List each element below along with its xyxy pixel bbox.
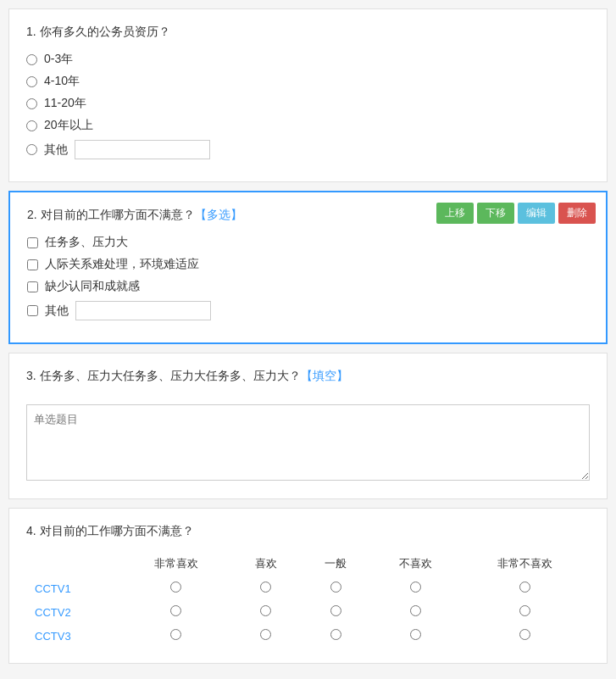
option-row: 其他: [27, 301, 589, 320]
matrix-radio-r1c2[interactable]: [330, 605, 341, 616]
checkbox-q2-0[interactable]: [27, 237, 38, 248]
radio-q1-2[interactable]: [26, 98, 37, 109]
radio-q1-3[interactable]: [26, 120, 37, 131]
radio-q1-4[interactable]: [26, 144, 37, 155]
matrix-col-header-3: 不喜欢: [371, 551, 461, 576]
checkbox-q2-1[interactable]: [27, 259, 38, 270]
question-block-2: 上移 下移 编辑 删除 2. 对目前的工作哪方面不满意？【多选】 任务多、压力大…: [8, 191, 608, 344]
option-label: 0-3年: [44, 52, 73, 67]
matrix-table: 非常喜欢 喜欢 一般 不喜欢 非常不喜欢 CCTV1 CCTV2: [26, 551, 590, 648]
option-text-input-q2[interactable]: [75, 301, 211, 320]
checkbox-q2-3[interactable]: [27, 305, 38, 316]
question-number-4: 4: [26, 524, 33, 537]
fill-textarea-q3[interactable]: [26, 404, 590, 481]
matrix-row-0: CCTV1: [26, 576, 590, 600]
option-row: 人际关系难处理，环境难适应: [27, 257, 589, 272]
option-row: 0-3年: [26, 52, 590, 67]
matrix-col-header-4: 非常不喜欢: [460, 551, 590, 576]
matrix-row-2: CCTV3: [26, 624, 590, 648]
option-row: 11-20年: [26, 96, 590, 111]
matrix-radio-r0c4[interactable]: [519, 582, 530, 593]
question-number-2: 2: [27, 208, 34, 221]
question-number-1: 1: [26, 25, 33, 38]
radio-q1-1[interactable]: [26, 76, 37, 87]
btn-delete[interactable]: 删除: [558, 203, 596, 224]
matrix-radio-r1c1[interactable]: [260, 605, 271, 616]
question-text-4: 对目前的工作哪方面不满意？: [40, 524, 194, 537]
option-text-input-q1[interactable]: [75, 140, 210, 159]
matrix-radio-r1c3[interactable]: [410, 605, 421, 616]
matrix-radio-r2c0[interactable]: [170, 629, 181, 640]
btn-down[interactable]: 下移: [477, 203, 514, 224]
matrix-col-header-2: 一般: [301, 551, 371, 576]
option-label: 11-20年: [44, 96, 86, 111]
option-label: 20年以上: [44, 118, 93, 133]
option-label: 4-10年: [44, 74, 80, 89]
btn-edit[interactable]: 编辑: [518, 203, 555, 224]
option-label: 缺少认同和成就感: [45, 279, 140, 294]
question-text-1: 你有多久的公务员资历？: [40, 25, 170, 38]
option-label: 任务多、压力大: [45, 235, 128, 250]
matrix-row-1: CCTV2: [26, 600, 590, 624]
option-row: 任务多、压力大: [27, 235, 589, 250]
matrix-col-header-0: 非常喜欢: [121, 551, 230, 576]
matrix-row-label-2: CCTV3: [26, 624, 121, 648]
question-title-3: 3. 任务多、压力大任务多、压力大任务多、压力大？【填空】: [26, 369, 590, 384]
radio-q1-0[interactable]: [26, 54, 37, 65]
question-title-1: 1. 你有多久的公务员资历？: [26, 25, 590, 40]
question-text-3: 任务多、压力大任务多、压力大任务多、压力大？: [40, 369, 301, 382]
option-row: 其他: [26, 140, 590, 159]
matrix-col-header-1: 喜欢: [231, 551, 302, 576]
option-row: 缺少认同和成就感: [27, 279, 589, 294]
action-buttons: 上移 下移 编辑 删除: [436, 203, 596, 224]
page-container: 1. 你有多久的公务员资历？ 0-3年 4-10年 11-20年 20年以上 其…: [8, 8, 608, 664]
option-label: 人际关系难处理，环境难适应: [45, 257, 199, 272]
matrix-radio-r0c2[interactable]: [330, 582, 341, 593]
matrix-radio-r2c3[interactable]: [410, 629, 421, 640]
question-suffix-2: 【多选】: [195, 208, 242, 221]
matrix-radio-r0c1[interactable]: [260, 582, 271, 593]
question-suffix-3: 【填空】: [301, 369, 348, 382]
question-title-4: 4. 对目前的工作哪方面不满意？: [26, 524, 590, 539]
matrix-col-header-empty: [26, 551, 121, 576]
question-block-4: 4. 对目前的工作哪方面不满意？ 非常喜欢 喜欢 一般 不喜欢 非常不喜欢 CC…: [8, 508, 608, 664]
question-block-3: 3. 任务多、压力大任务多、压力大任务多、压力大？【填空】: [8, 353, 608, 499]
matrix-radio-r2c2[interactable]: [330, 629, 341, 640]
option-row: 4-10年: [26, 74, 590, 89]
btn-up[interactable]: 上移: [436, 203, 474, 224]
question-block-1: 1. 你有多久的公务员资历？ 0-3年 4-10年 11-20年 20年以上 其…: [8, 8, 608, 182]
matrix-radio-r1c4[interactable]: [519, 605, 530, 616]
matrix-radio-r2c1[interactable]: [260, 629, 271, 640]
option-row: 20年以上: [26, 118, 590, 133]
question-text-2: 对目前的工作哪方面不满意？: [41, 208, 195, 221]
matrix-row-label-0: CCTV1: [26, 576, 121, 600]
question-number-3: 3: [26, 369, 33, 382]
matrix-row-label-1: CCTV2: [26, 600, 121, 624]
matrix-radio-r0c0[interactable]: [170, 582, 181, 593]
checkbox-q2-2[interactable]: [27, 281, 38, 292]
option-label: 其他: [44, 142, 68, 158]
option-label: 其他: [45, 303, 69, 319]
matrix-radio-r1c0[interactable]: [170, 605, 181, 616]
matrix-radio-r2c4[interactable]: [519, 629, 530, 640]
matrix-radio-r0c3[interactable]: [410, 582, 421, 593]
